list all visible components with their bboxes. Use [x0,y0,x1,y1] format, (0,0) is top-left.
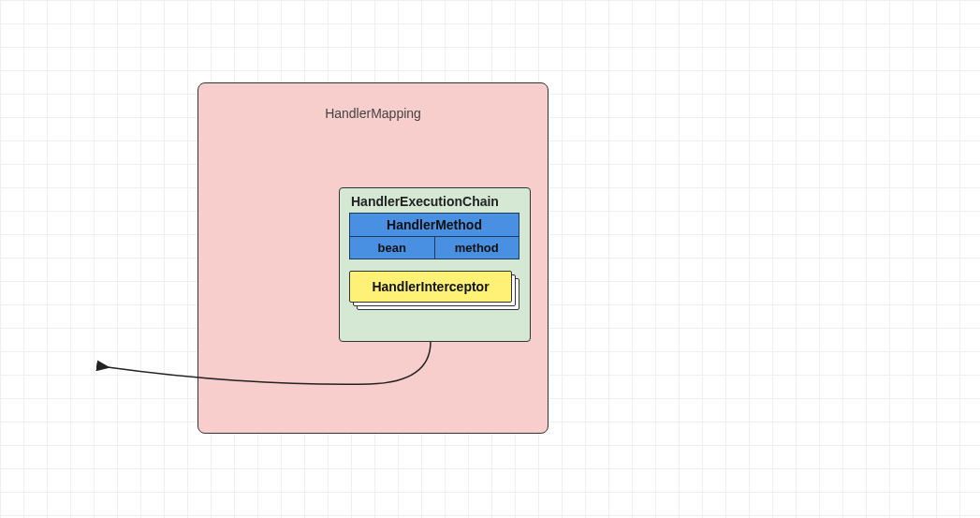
handler-interceptor-stack: HandlerInterceptor [349,271,523,312]
handler-method-bean-cell: bean [350,237,435,259]
handler-execution-chain-title: HandlerExecutionChain [351,194,520,209]
handler-method-row: bean method [350,237,519,259]
handler-method-block: HandlerMethod bean method [349,213,519,259]
interceptor-card-front: HandlerInterceptor [349,271,512,303]
handler-method-title: HandlerMethod [350,214,519,237]
handler-mapping-title: HandlerMapping [198,106,548,121]
handler-method-method-cell: method [435,237,519,259]
handler-interceptor-label: HandlerInterceptor [372,279,489,294]
handler-execution-chain-box: HandlerExecutionChain HandlerMethod bean… [339,187,531,342]
